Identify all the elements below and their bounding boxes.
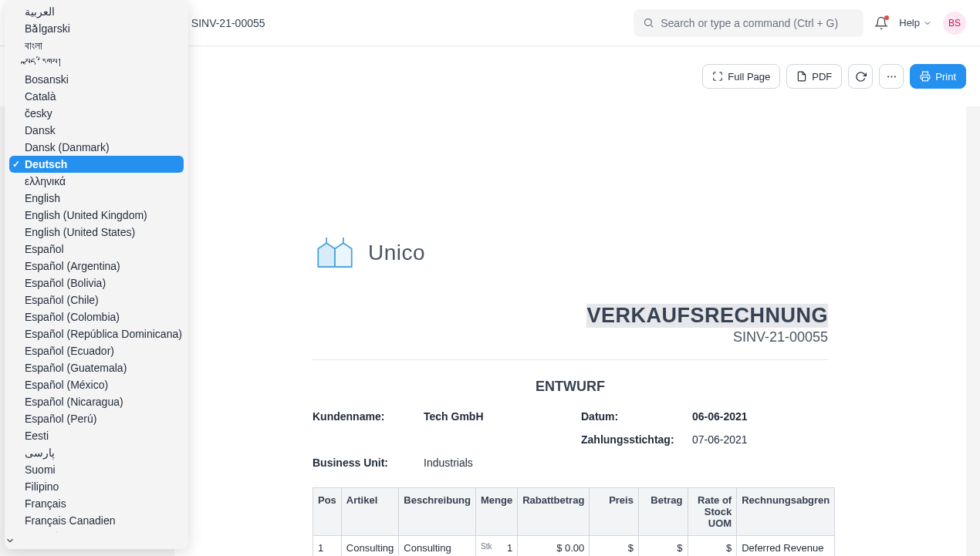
file-icon — [796, 71, 807, 82]
col-desc: Beschreibung — [399, 488, 476, 536]
language-option[interactable]: česky — [9, 105, 184, 122]
help-dropdown[interactable]: Help — [899, 17, 932, 29]
customer-value: Tech GmbH — [424, 410, 578, 423]
svg-rect-5 — [923, 77, 928, 81]
language-option[interactable]: ελληνικά — [9, 173, 184, 190]
table-row: 1 Consulting Services Consulting Service… — [313, 536, 835, 557]
language-option[interactable]: Español (Guatemala) — [9, 359, 184, 376]
help-label: Help — [899, 17, 920, 29]
duedate-label: Zahlungsstichtag: — [581, 433, 689, 446]
more-button[interactable] — [879, 64, 904, 89]
language-option[interactable]: English (United Kingdom) — [9, 207, 184, 224]
language-option[interactable]: Français Canadien — [9, 512, 184, 529]
language-option[interactable]: Español (Ecuador) — [9, 342, 184, 359]
search-input[interactable] — [661, 17, 854, 29]
col-amount: Betrag — [638, 488, 688, 536]
language-option[interactable]: বাংলা — [9, 37, 184, 54]
full-page-button[interactable]: Full Page — [702, 64, 780, 89]
language-option[interactable]: Deutsch — [9, 156, 184, 173]
date-label: Datum: — [581, 410, 689, 423]
notifications-button[interactable] — [874, 16, 888, 30]
col-qty: Menge — [475, 488, 517, 536]
printer-icon — [920, 71, 931, 82]
duedate-value: 07-06-2021 — [692, 433, 828, 446]
language-option[interactable]: སྐད་རིགས། — [9, 54, 184, 71]
cell-pos: 1 — [313, 536, 342, 557]
language-option[interactable]: Español (Colombia) — [9, 308, 184, 325]
language-option[interactable]: Bǎlgarski — [9, 20, 184, 37]
customer-label: Kundenname: — [313, 410, 421, 423]
svg-point-3 — [890, 76, 892, 77]
svg-point-0 — [645, 19, 652, 26]
language-option[interactable]: Español (Perú) — [9, 410, 184, 427]
pdf-button[interactable]: PDF — [786, 64, 842, 89]
global-search[interactable] — [634, 9, 863, 37]
language-option[interactable]: Dansk (Danmark) — [9, 139, 184, 156]
document-paper: Unico VERKAUFSRECHNUNG SINV-21-00055 ENT… — [263, 171, 877, 556]
language-option[interactable]: Español (Bolivia) — [9, 275, 184, 291]
items-table: Pos Artikel Beschreibung Menge Rabattbet… — [313, 487, 835, 556]
document-title: VERKAUFSRECHNUNG — [586, 304, 828, 328]
print-button[interactable]: Print — [910, 64, 966, 89]
language-option[interactable]: English (United States) — [9, 224, 184, 241]
breadcrumb-current[interactable]: SINV-21-00055 — [191, 17, 265, 29]
date-value: 06-06-2021 — [692, 410, 828, 423]
more-horizontal-icon — [886, 71, 897, 83]
company-name: Unico — [368, 241, 425, 265]
refresh-button[interactable] — [848, 64, 873, 89]
svg-point-4 — [894, 76, 896, 77]
svg-line-1 — [651, 25, 654, 28]
col-pos: Pos — [313, 488, 342, 536]
col-discount: Rabattbetrag — [518, 488, 590, 536]
language-option[interactable]: Bosanski — [9, 71, 184, 88]
language-option[interactable]: ગુજરાતી — [9, 529, 184, 532]
language-option[interactable]: Eesti — [9, 427, 184, 444]
cell-price: $ 3,000.00 — [590, 536, 639, 557]
language-dropdown[interactable]: العربيةBǎlgarskiবাংলাསྐད་རིགས།BosanskiCa… — [5, 0, 188, 549]
language-option[interactable]: Español (Nicaragua) — [9, 393, 184, 410]
cell-qty: Stk 1 — [475, 536, 517, 557]
language-option[interactable]: Español (Argentina) — [9, 258, 184, 275]
cell-discount: $ 0.00 — [518, 536, 590, 557]
col-item: Artikel — [341, 488, 398, 536]
bu-value: Industrials — [424, 457, 578, 469]
language-option[interactable]: Español (Chile) — [9, 291, 184, 308]
refresh-icon — [855, 71, 867, 83]
cell-uom: Stk — [481, 542, 492, 551]
language-option[interactable]: Dansk — [9, 122, 184, 139]
cell-qty-val: 1 — [507, 542, 512, 554]
full-page-label: Full Page — [728, 71, 770, 83]
language-option[interactable]: Suomi — [9, 461, 184, 478]
chevron-down-icon — [5, 535, 15, 546]
cell-billing: Deferred Revenue — [737, 536, 835, 557]
language-option[interactable]: Español — [9, 241, 184, 258]
svg-point-2 — [887, 76, 889, 77]
user-avatar[interactable]: BS — [943, 12, 966, 35]
cell-rate-uom: $ 3,000.00 — [688, 536, 737, 557]
search-icon — [643, 17, 654, 29]
language-option[interactable]: Français — [9, 495, 184, 512]
cell-amount: $ 3,000.00 — [638, 536, 688, 557]
chevron-down-icon — [923, 19, 932, 28]
cell-desc: Consulting Services — [399, 536, 476, 557]
cell-item: Consulting Services — [341, 536, 398, 557]
col-rate-uom: Rate of Stock UOM — [688, 488, 737, 536]
notification-dot-icon — [884, 15, 889, 20]
bu-label: Business Unit: — [313, 457, 421, 469]
print-label: Print — [935, 71, 956, 83]
language-option[interactable]: Català — [9, 88, 184, 105]
language-option[interactable]: Español (México) — [9, 376, 184, 393]
expand-icon — [712, 71, 723, 82]
document-number: SINV-21-00055 — [313, 329, 828, 345]
language-option[interactable]: Filipino — [9, 478, 184, 495]
company-logo-icon — [313, 233, 357, 273]
language-option[interactable]: Español (República Dominicana) — [9, 325, 184, 342]
col-billing: Rechnungsabgren — [737, 488, 835, 536]
dropdown-scroll-down[interactable] — [5, 532, 188, 549]
document-status: ENTWURF — [313, 379, 828, 395]
pdf-label: PDF — [812, 71, 832, 83]
language-option[interactable]: English — [9, 190, 184, 207]
language-option[interactable]: پارسی — [9, 444, 184, 461]
language-option[interactable]: العربية — [9, 3, 184, 20]
col-price: Preis — [590, 488, 639, 536]
